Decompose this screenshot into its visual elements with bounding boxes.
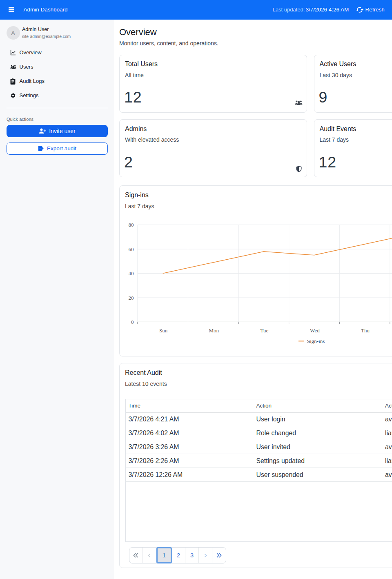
svg-text:Sun: Sun bbox=[159, 327, 168, 334]
svg-text:Tue: Tue bbox=[261, 327, 269, 334]
svg-text:40: 40 bbox=[129, 270, 134, 276]
svg-text:60: 60 bbox=[129, 246, 134, 252]
svg-text:Sign-ins: Sign-ins bbox=[307, 338, 325, 344]
svg-text:0: 0 bbox=[131, 319, 134, 325]
svg-text:Mon: Mon bbox=[209, 327, 219, 334]
svg-text:20: 20 bbox=[129, 295, 134, 301]
svg-text:80: 80 bbox=[129, 222, 134, 228]
svg-text:Wed: Wed bbox=[310, 327, 320, 334]
svg-text:Thu: Thu bbox=[361, 327, 370, 334]
